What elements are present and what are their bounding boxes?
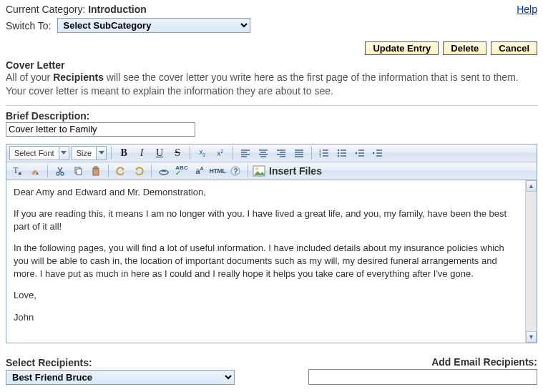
bold-button[interactable]: B xyxy=(116,146,132,160)
cover-letter-description: All of your Recipients will see the cove… xyxy=(6,71,537,98)
separator xyxy=(248,165,248,177)
unordered-list-button[interactable] xyxy=(334,146,350,160)
align-justify-button[interactable] xyxy=(291,146,307,160)
scroll-track[interactable] xyxy=(526,192,537,331)
align-left-button[interactable] xyxy=(238,146,253,160)
current-category-value: Introduction xyxy=(88,4,147,15)
editor-paragraph: In the following pages, you will find a … xyxy=(14,242,518,280)
strikethrough-button[interactable]: S xyxy=(170,146,185,160)
italic-button[interactable]: I xyxy=(134,146,150,160)
outdent-button[interactable] xyxy=(352,146,368,160)
brief-description-input[interactable] xyxy=(6,122,195,137)
separator xyxy=(190,147,190,160)
editor-content-area[interactable]: Dear Amy and Edward and Mr. Demonstratio… xyxy=(6,180,525,343)
case-button[interactable]: aA xyxy=(192,164,207,178)
rich-text-editor: Select Font Size B I U S x2 x2 123 T■ xyxy=(6,144,537,343)
update-entry-button[interactable]: Update Entry xyxy=(365,41,439,55)
subcategory-select[interactable]: Select SubCategory xyxy=(57,18,250,33)
brief-description-label: Brief Description: xyxy=(6,110,537,122)
copy-button[interactable] xyxy=(70,164,86,178)
align-center-button[interactable] xyxy=(255,146,271,160)
font-family-combo[interactable]: Select Font xyxy=(9,146,69,160)
font-size-combo[interactable]: Size xyxy=(72,146,107,160)
editor-toolbar-row-2: T■ ABC✓ aA HTML ? Insert Files xyxy=(6,162,537,180)
undo-button[interactable] xyxy=(113,164,129,178)
svg-point-4 xyxy=(338,152,340,154)
redo-button[interactable] xyxy=(131,164,147,178)
svg-rect-13 xyxy=(162,170,166,172)
svg-point-6 xyxy=(57,172,59,175)
spellcheck-button[interactable]: ABC✓ xyxy=(174,164,190,178)
text-color-button[interactable]: T■ xyxy=(9,164,25,178)
select-recipients-label: Select Recipients: xyxy=(6,357,235,368)
svg-point-5 xyxy=(338,155,340,157)
add-email-recipients-label: Add Email Recipients: xyxy=(308,356,537,368)
help-button[interactable]: ? xyxy=(228,164,243,178)
cover-letter-title: Cover Letter xyxy=(6,59,537,71)
cut-button[interactable] xyxy=(52,164,68,178)
svg-rect-11 xyxy=(94,167,97,169)
svg-text:?: ? xyxy=(234,167,238,175)
editor-paragraph: If you are reading this, it means I am n… xyxy=(14,207,518,232)
scroll-down-icon[interactable]: ▼ xyxy=(526,331,537,343)
separator xyxy=(151,165,152,177)
chevron-down-icon xyxy=(59,147,69,160)
html-source-button[interactable]: HTML xyxy=(210,164,225,178)
separator xyxy=(111,147,112,160)
ordered-list-button[interactable]: 123 xyxy=(316,146,332,160)
delete-button[interactable]: Delete xyxy=(443,41,486,55)
editor-paragraph: Love, xyxy=(14,289,518,302)
svg-point-7 xyxy=(61,172,64,175)
separator xyxy=(47,165,48,177)
superscript-button[interactable]: x2 xyxy=(212,146,228,160)
separator xyxy=(311,147,312,160)
svg-point-17 xyxy=(255,167,258,170)
paste-button[interactable] xyxy=(88,164,104,178)
svg-point-3 xyxy=(338,149,340,151)
separator xyxy=(233,147,233,160)
align-right-button[interactable] xyxy=(273,146,289,160)
svg-rect-9 xyxy=(77,169,82,175)
insert-files-button[interactable]: Insert Files xyxy=(268,165,322,177)
subscript-button[interactable]: x2 xyxy=(195,146,210,160)
separator xyxy=(108,165,109,177)
indent-button[interactable] xyxy=(370,146,386,160)
scroll-up-icon[interactable]: ▲ xyxy=(526,180,537,192)
editor-toolbar-row-1: Select Font Size B I U S x2 x2 123 xyxy=(6,144,537,162)
divider xyxy=(6,105,537,106)
chevron-down-icon xyxy=(96,147,106,160)
current-category-label: Current Category: xyxy=(6,4,85,15)
svg-text:3: 3 xyxy=(319,154,321,157)
help-link[interactable]: Help xyxy=(517,4,537,15)
underline-button[interactable]: U xyxy=(152,146,167,160)
email-recipients-input[interactable] xyxy=(308,369,537,385)
cancel-button[interactable]: Cancel xyxy=(491,41,537,55)
switch-to-label: Switch To: xyxy=(6,20,52,31)
image-icon xyxy=(253,165,265,177)
background-color-button[interactable] xyxy=(27,164,43,178)
editor-paragraph: Dear Amy and Edward and Mr. Demonstratio… xyxy=(14,186,518,199)
vertical-scrollbar[interactable]: ▲ ▼ xyxy=(525,180,537,343)
recipients-select[interactable]: Best Friend Bruce xyxy=(6,370,235,385)
editor-paragraph: John xyxy=(14,311,518,324)
current-category: Current Category: Introduction xyxy=(6,4,147,15)
insert-link-button[interactable] xyxy=(156,164,172,178)
